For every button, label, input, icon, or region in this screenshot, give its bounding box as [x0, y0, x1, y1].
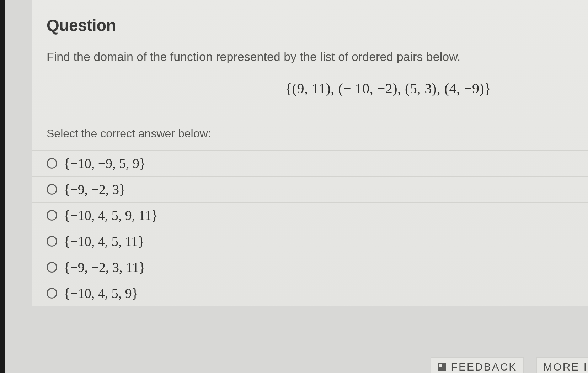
radio-icon[interactable]: [47, 184, 57, 195]
question-formula: {(9, 11), (− 10, −2), (5, 3), (4, −9)}: [47, 80, 573, 97]
option-label: {−10, 4, 5, 11}: [64, 233, 145, 249]
more-label: MORE I: [543, 361, 588, 373]
radio-icon[interactable]: [47, 262, 57, 273]
option-row[interactable]: {−10, 4, 5, 9}: [32, 280, 588, 306]
answer-instruction: Select the correct answer below:: [32, 117, 588, 150]
option-row[interactable]: {−9, −2, 3, 11}: [32, 254, 588, 280]
flag-icon: [438, 363, 446, 371]
question-title: Question: [47, 16, 573, 35]
radio-icon[interactable]: [47, 158, 57, 169]
option-label: {−10, −9, 5, 9}: [64, 156, 146, 171]
question-prompt: Find the domain of the function represen…: [47, 50, 573, 64]
option-label: {−9, −2, 3, 11}: [64, 259, 145, 275]
footer-bar: FEEDBACK MORE I: [32, 354, 588, 373]
question-card: Question Find the domain of the function…: [32, 0, 588, 306]
feedback-label: FEEDBACK: [451, 361, 517, 373]
option-row[interactable]: {−10, 4, 5, 11}: [32, 228, 588, 254]
option-row[interactable]: {−9, −2, 3}: [32, 176, 588, 202]
feedback-button[interactable]: FEEDBACK: [431, 357, 524, 373]
radio-icon[interactable]: [47, 210, 57, 221]
radio-icon[interactable]: [47, 236, 57, 247]
option-label: {−10, 4, 5, 9}: [64, 285, 138, 301]
option-row[interactable]: {−10, 4, 5, 9, 11}: [32, 202, 588, 228]
options-list: {−10, −9, 5, 9} {−9, −2, 3} {−10, 4, 5, …: [32, 150, 588, 306]
more-button[interactable]: MORE I: [536, 357, 588, 373]
question-header-area: Question Find the domain of the function…: [32, 0, 588, 97]
option-label: {−10, 4, 5, 9, 11}: [64, 207, 158, 223]
option-row[interactable]: {−10, −9, 5, 9}: [32, 150, 588, 176]
option-label: {−9, −2, 3}: [64, 182, 125, 197]
radio-icon[interactable]: [47, 288, 57, 299]
screen-left-edge: [0, 0, 5, 373]
page-root: Question Find the domain of the function…: [0, 0, 588, 373]
